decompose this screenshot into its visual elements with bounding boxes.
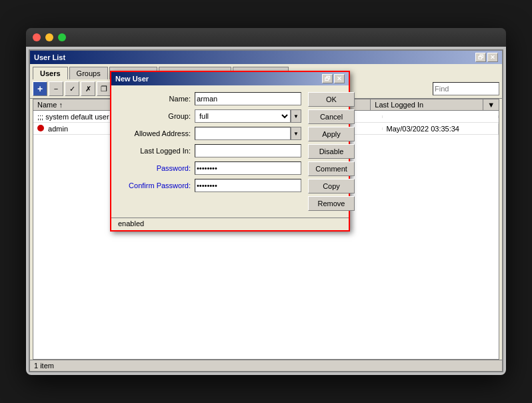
name-input[interactable] <box>195 92 301 105</box>
disable-button[interactable]: Disable <box>308 144 355 159</box>
main-window: User List 🗗 ✕ Users Groups SSH Keys <box>29 49 503 372</box>
last-logged-in-row: Last Logged In: <box>118 144 301 157</box>
allowed-address-row: Allowed Address: ▼ <box>118 127 301 140</box>
group-dropdown-btn[interactable]: ▼ <box>291 109 301 123</box>
group-label: Group: <box>118 112 195 120</box>
dialog-restore-button[interactable]: 🗗 <box>322 74 333 83</box>
new-user-dialog: New User 🗗 ✕ Name: <box>110 71 350 232</box>
dialog-title: New User <box>115 75 149 83</box>
group-row: Group: full ▼ <box>118 109 301 123</box>
group-select[interactable]: full <box>195 109 291 123</box>
mac-window: User List 🗗 ✕ Users Groups SSH Keys <box>26 28 506 375</box>
password-row: Password: <box>118 161 301 175</box>
confirm-password-input[interactable] <box>195 179 301 192</box>
confirm-password-label: Confirm Password: <box>118 181 195 189</box>
app-content: User List 🗗 ✕ Users Groups SSH Keys <box>26 47 506 375</box>
dialog-close-button[interactable]: ✕ <box>334 74 345 83</box>
apply-button[interactable]: Apply <box>308 127 355 141</box>
group-select-wrapper: full ▼ <box>195 109 301 123</box>
dialog-controls: 🗗 ✕ <box>322 74 345 83</box>
name-row: Name: <box>118 92 301 105</box>
allowed-address-label: Allowed Address: <box>118 129 195 137</box>
password-input[interactable] <box>195 161 301 175</box>
remove-button[interactable]: Remove <box>308 196 355 211</box>
dialog-titlebar: New User 🗗 ✕ <box>111 72 349 85</box>
cancel-button[interactable]: Cancel <box>308 109 355 124</box>
copy-button[interactable]: Copy <box>308 179 355 193</box>
dialog-status: enabled <box>111 218 349 230</box>
close-button[interactable] <box>33 33 41 41</box>
allowed-select-wrapper: ▼ <box>195 127 301 140</box>
dialog-body: Name: Group: full ▼ <box>111 85 349 218</box>
form-area: Name: Group: full ▼ <box>118 92 301 211</box>
last-logged-in-label: Last Logged In: <box>118 147 195 155</box>
last-logged-in-input[interactable] <box>195 144 301 157</box>
comment-button[interactable]: Comment <box>308 161 355 176</box>
name-label: Name: <box>118 95 195 103</box>
allowed-address-input[interactable] <box>195 127 291 140</box>
password-label: Password: <box>118 164 195 172</box>
allowed-dropdown-btn[interactable]: ▼ <box>291 127 301 140</box>
tab-users[interactable]: Users <box>33 67 68 79</box>
minimize-button[interactable] <box>45 33 53 41</box>
dialog-overlay: New User 🗗 ✕ Name: <box>30 51 502 371</box>
mac-titlebar <box>26 28 506 47</box>
confirm-password-row: Confirm Password: <box>118 179 301 192</box>
button-area: OK Cancel Apply Disable Comment Copy Rem… <box>308 92 355 211</box>
ok-button[interactable]: OK <box>308 92 355 107</box>
status-text: enabled <box>118 220 144 228</box>
maximize-button[interactable] <box>58 33 66 41</box>
